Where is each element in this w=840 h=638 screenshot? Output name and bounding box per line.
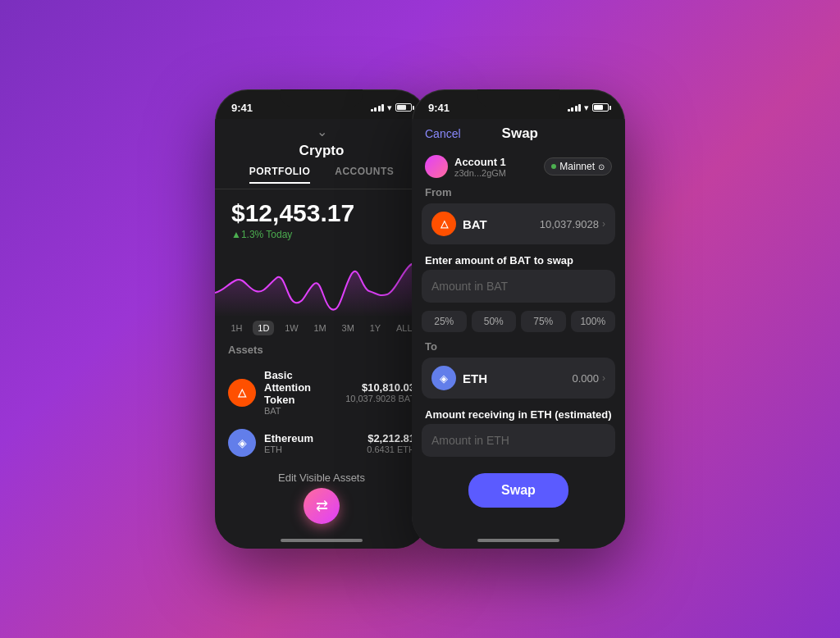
battery-fill-right xyxy=(594,105,603,110)
assets-label: Assets xyxy=(215,340,428,362)
eth-name: Ethereum xyxy=(264,432,358,444)
bat-balance-value: 10,037.9028 xyxy=(540,218,599,230)
network-chevron: ⊙ xyxy=(598,162,605,171)
signal-bar-r2 xyxy=(571,107,573,112)
cancel-button[interactable]: Cancel xyxy=(425,127,461,140)
notch-right xyxy=(477,89,559,107)
filter-1w[interactable]: 1W xyxy=(280,321,304,335)
swap-fab-button[interactable]: ⇄ xyxy=(304,488,340,524)
eth-balance-value: 0.000 xyxy=(572,372,599,385)
time-filters: 1H 1D 1W 1M 3M 1Y ALL xyxy=(215,317,428,340)
tab-portfolio[interactable]: PORTFOLIO xyxy=(249,166,311,184)
network-dot xyxy=(551,164,556,169)
signal-bar-r3 xyxy=(575,106,578,112)
time-left: 9:41 xyxy=(231,102,253,114)
phones-container: 9:41 ▾ ⌄ Crypto PORTFOLIO ACCOUNTS xyxy=(215,89,625,549)
signal-bar-r1 xyxy=(568,109,570,112)
time-right: 9:41 xyxy=(428,102,450,114)
signal-bar-1 xyxy=(371,109,373,112)
portfolio-screen: ⌄ Crypto PORTFOLIO ACCOUNTS $12,453.17 ▲… xyxy=(215,119,428,549)
bat-input-label: Enter amount of BAT to swap xyxy=(412,249,625,270)
pct-25[interactable]: 25% xyxy=(422,311,467,332)
battery-icon-right xyxy=(592,103,609,112)
bat-token-balance: 10,037.9028 › xyxy=(540,218,605,230)
asset-bat[interactable]: △ Basic Attention Token BAT $10,810.03 1… xyxy=(215,362,428,422)
account-info: Account 1 z3dn...2gGM xyxy=(425,155,506,178)
screen-title-left: Crypto xyxy=(215,141,428,166)
bat-icon: △ xyxy=(228,379,256,407)
status-icons-left: ▾ xyxy=(371,103,413,113)
bat-amounts: $10,810.03 10,037.9028 BAT xyxy=(345,381,415,403)
eth-info: Ethereum ETH xyxy=(264,432,358,454)
eth-token-name: ETH xyxy=(463,371,487,385)
asset-eth[interactable]: ◈ Ethereum ETH $2,212.81 0.6431 ETH xyxy=(215,422,428,463)
pct-50[interactable]: 50% xyxy=(472,311,517,332)
status-icons-right: ▾ xyxy=(568,103,609,113)
signal-bars-left xyxy=(371,103,385,112)
account-bar: Account 1 z3dn...2gGM Mainnet ⊙ xyxy=(412,150,625,186)
eth-chevron: › xyxy=(602,372,605,384)
swap-screen: Cancel Swap Account 1 z3dn...2gGM Mainne… xyxy=(412,119,625,549)
tabs-bar: PORTFOLIO ACCOUNTS xyxy=(215,166,428,189)
eth-token-balance: 0.000 › xyxy=(572,372,605,385)
swap-btn-container: Swap xyxy=(412,463,625,514)
bat-usd: $10,810.03 xyxy=(345,381,415,394)
eth-icon-left: ◈ xyxy=(228,429,256,457)
bat-amount-input[interactable]: Amount in BAT xyxy=(422,270,615,303)
eth-token-icon: ◈ xyxy=(431,366,456,390)
wifi-icon-left: ▾ xyxy=(387,103,392,113)
nav-arrow[interactable]: ⌄ xyxy=(215,119,428,141)
swap-header: Cancel Swap xyxy=(412,119,625,150)
tab-accounts[interactable]: ACCOUNTS xyxy=(335,166,394,184)
signal-bars-right xyxy=(568,103,582,112)
eth-ticker: ETH xyxy=(264,444,358,454)
account-avatar xyxy=(425,155,448,178)
bat-info: Basic Attention Token BAT xyxy=(264,369,337,416)
home-indicator-right xyxy=(477,539,559,542)
battery-icon-left xyxy=(395,103,412,112)
main-value: $12,453.17 xyxy=(231,199,412,227)
eth-token-left: ◈ ETH xyxy=(431,366,487,390)
swap-title: Swap xyxy=(502,125,538,142)
wifi-icon-right: ▾ xyxy=(584,103,589,113)
to-label: To xyxy=(412,340,625,358)
portfolio-value-section: $12,453.17 ▲1.3% Today xyxy=(215,189,428,244)
signal-bar-3 xyxy=(378,106,381,112)
account-address: z3dn...2gGM xyxy=(454,168,506,178)
bat-chevron: › xyxy=(602,218,605,230)
from-label: From xyxy=(412,186,625,203)
filter-1d[interactable]: 1D xyxy=(253,321,274,335)
signal-bar-4 xyxy=(381,104,384,112)
pct-75[interactable]: 75% xyxy=(521,311,566,332)
swap-action-button[interactable]: Swap xyxy=(468,473,568,508)
eth-token-row[interactable]: ◈ ETH 0.000 › xyxy=(422,358,615,399)
signal-bar-r4 xyxy=(578,104,581,112)
chart-area xyxy=(215,244,428,317)
notch-left xyxy=(281,89,363,107)
filter-1m[interactable]: 1M xyxy=(308,321,331,335)
eth-amounts: $2,212.81 0.6431 ETH xyxy=(367,432,415,454)
account-name: Account 1 xyxy=(454,156,506,168)
portfolio-chart xyxy=(215,244,428,317)
bat-token-icon: △ xyxy=(431,212,456,236)
filter-3m[interactable]: 3M xyxy=(337,321,359,335)
bat-token-name: BAT xyxy=(463,217,487,231)
eth-usd: $2,212.81 xyxy=(367,432,415,444)
bat-token-row[interactable]: △ BAT 10,037.9028 › xyxy=(422,203,615,244)
bat-crypto: 10,037.9028 BAT xyxy=(345,394,415,403)
network-label: Mainnet xyxy=(559,161,595,172)
signal-bar-2 xyxy=(374,107,377,112)
phone-right: 9:41 ▾ Cancel Swap xyxy=(412,89,625,549)
account-details: Account 1 z3dn...2gGM xyxy=(454,156,506,178)
bat-token-left: △ BAT xyxy=(431,212,487,236)
bat-ticker: BAT xyxy=(264,406,337,416)
home-indicator-left xyxy=(281,539,363,542)
bat-name: Basic Attention Token xyxy=(264,369,337,406)
network-badge[interactable]: Mainnet ⊙ xyxy=(544,157,612,175)
eth-amount-input[interactable]: Amount in ETH xyxy=(422,424,615,457)
phone-left: 9:41 ▾ ⌄ Crypto PORTFOLIO ACCOUNTS xyxy=(215,89,428,549)
eth-input-label: Amount receiving in ETH (estimated) xyxy=(412,403,625,424)
filter-1y[interactable]: 1Y xyxy=(365,321,386,335)
pct-100[interactable]: 100% xyxy=(571,311,616,332)
filter-1h[interactable]: 1H xyxy=(226,321,247,335)
